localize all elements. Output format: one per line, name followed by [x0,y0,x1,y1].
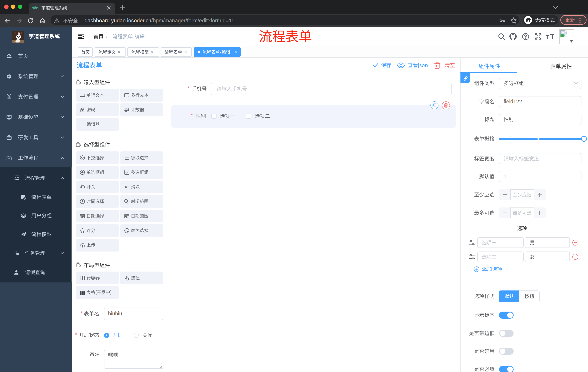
svg-text:123: 123 [124,108,129,111]
